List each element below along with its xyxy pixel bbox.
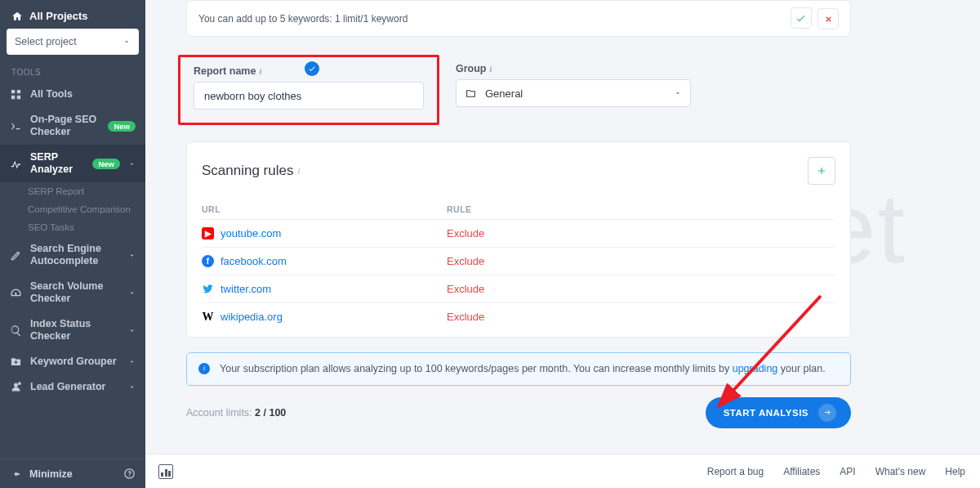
sidebar-item-lead-generator[interactable]: Lead Generator xyxy=(0,374,145,400)
table-row: f facebook.com Exclude xyxy=(202,248,835,275)
chevron-down-icon xyxy=(128,327,136,334)
url-link[interactable]: twitter.com xyxy=(220,283,271,295)
arrow-circle-icon xyxy=(818,404,836,422)
group-select[interactable]: General xyxy=(456,79,691,107)
sub-item-competitive[interactable]: Competitive Comparison xyxy=(0,200,145,218)
url-link[interactable]: youtube.com xyxy=(220,227,281,240)
plus-icon xyxy=(816,165,827,177)
add-rule-button[interactable] xyxy=(808,157,835,185)
sidebar-item-autocomplete[interactable]: Search Engine Autocomplete xyxy=(0,236,145,274)
check-icon xyxy=(795,13,806,24)
logo-icon[interactable] xyxy=(158,464,173,479)
table-row: ▶ youtube.com Exclude xyxy=(202,220,835,248)
chevron-down-icon xyxy=(128,289,136,297)
start-analysis-button[interactable]: START ANALYSIS xyxy=(706,397,851,428)
confirm-keywords-button[interactable] xyxy=(791,7,812,29)
analyzer-icon xyxy=(10,158,22,170)
url-link[interactable]: facebook.com xyxy=(220,255,287,267)
close-icon xyxy=(824,15,833,24)
project-select[interactable]: Select project xyxy=(7,29,139,55)
account-limits: Account limits: 2 / 100 xyxy=(186,407,286,419)
wikipedia-icon: W xyxy=(202,311,214,323)
sidebar-item-onpage-seo[interactable]: On-Page SEO Checker New xyxy=(0,107,145,145)
sidebar-item-label: SERP Analyzer xyxy=(30,151,84,176)
project-select-placeholder: Select project xyxy=(15,36,77,47)
rule-value: Exclude xyxy=(447,283,484,295)
clear-keywords-button[interactable] xyxy=(817,8,839,29)
footer-link-help[interactable]: Help xyxy=(945,466,965,477)
all-projects-label: All Projects xyxy=(29,10,88,22)
arrow-left-icon[interactable] xyxy=(10,468,21,480)
sidebar-item-serp-analyzer[interactable]: SERP Analyzer New xyxy=(0,145,145,182)
people-icon xyxy=(10,381,22,393)
footer-link-whatsnew[interactable]: What's new xyxy=(875,466,926,477)
th-rule: RULE xyxy=(447,204,472,214)
chevron-down-icon xyxy=(128,358,136,365)
footer-link-report-bug[interactable]: Report a bug xyxy=(707,466,764,477)
sidebar-item-label: Lead Generator xyxy=(30,381,120,393)
group-label: Group i xyxy=(456,63,691,74)
terminal-icon xyxy=(10,120,22,132)
info-icon: i xyxy=(198,363,210,374)
search-icon xyxy=(10,325,22,337)
sub-item-seo-tasks[interactable]: SEO Tasks xyxy=(0,218,145,236)
info-icon[interactable]: i xyxy=(490,65,492,74)
check-icon xyxy=(308,65,316,73)
sub-item-serp-report[interactable]: SERP Report xyxy=(0,182,145,200)
sidebar-item-label: Search Engine Autocomplete xyxy=(30,243,120,267)
keywords-hint-text: You can add up to 5 keywords: 1 limit/1 … xyxy=(198,13,408,25)
sidebar-footer: Minimize xyxy=(0,459,145,488)
url-link[interactable]: wikipedia.org xyxy=(220,311,283,323)
group-value: General xyxy=(485,87,666,100)
upgrade-link[interactable]: upgrading xyxy=(733,363,778,374)
home-icon xyxy=(11,11,23,22)
th-url: URL xyxy=(202,204,447,214)
sidebar-item-keyword-grouper[interactable]: Keyword Grouper xyxy=(0,349,145,374)
footer: Report a bug Affiliates API What's new H… xyxy=(145,454,980,488)
sidebar-item-label: On-Page SEO Checker xyxy=(30,114,100,138)
table-header: URL RULE xyxy=(202,199,835,220)
minimize-label[interactable]: Minimize xyxy=(29,468,115,480)
action-row: Account limits: 2 / 100 START ANALYSIS xyxy=(186,397,851,428)
facebook-icon: f xyxy=(202,255,214,267)
scanning-title: Scanning rules i xyxy=(202,163,300,179)
rule-value: Exclude xyxy=(447,311,484,323)
footer-link-api[interactable]: API xyxy=(840,466,855,477)
info-icon[interactable]: i xyxy=(259,67,261,76)
sidebar-item-label: Search Volume Checker xyxy=(30,280,120,305)
report-row: Report name i Group i General xyxy=(145,55,980,125)
help-icon[interactable] xyxy=(123,468,136,480)
plan-notice: i Your subscription plan allows analyzin… xyxy=(186,352,851,386)
chevron-down-icon xyxy=(128,383,136,391)
chevron-up-icon xyxy=(128,160,136,168)
table-row: twitter.com Exclude xyxy=(202,275,835,303)
chevron-down-icon xyxy=(128,252,136,259)
step-bullet xyxy=(305,61,319,76)
info-icon[interactable]: i xyxy=(297,167,300,176)
rule-value: Exclude xyxy=(447,255,484,267)
new-badge: New xyxy=(92,159,120,169)
folder-icon xyxy=(465,88,477,99)
sidebar-item-label: Index Status Checker xyxy=(30,318,120,342)
main-area: You can add up to 5 keywords: 1 limit/1 … xyxy=(145,0,980,488)
group-column: Group i General xyxy=(456,55,691,107)
sidebar-item-all-tools[interactable]: All Tools xyxy=(0,82,145,107)
edit-icon xyxy=(10,249,22,262)
sidebar-item-search-volume[interactable]: Search Volume Checker xyxy=(0,274,145,311)
scanning-rules-card: Scanning rules i URL RULE ▶ youtube.com xyxy=(186,141,851,338)
chevron-down-icon xyxy=(122,38,131,46)
twitter-icon xyxy=(202,283,214,295)
sidebar-item-index-status[interactable]: Index Status Checker xyxy=(0,311,145,349)
new-badge: New xyxy=(108,121,136,132)
rules-table: URL RULE ▶ youtube.com Exclude f faceboo… xyxy=(202,199,835,330)
notice-text: Your subscription plan allows analyzing … xyxy=(220,361,826,377)
sidebar-item-label: All Tools xyxy=(30,88,136,101)
sidebar-item-label: Keyword Grouper xyxy=(30,356,120,368)
report-name-input[interactable] xyxy=(194,82,424,110)
keywords-hint-card: You can add up to 5 keywords: 1 limit/1 … xyxy=(186,0,851,37)
all-projects-link[interactable]: All Projects xyxy=(7,7,139,29)
chevron-down-icon xyxy=(674,89,682,97)
tools-section-label: TOOLS xyxy=(0,56,145,82)
footer-link-affiliates[interactable]: Affiliates xyxy=(783,466,820,477)
table-row: W wikipedia.org Exclude xyxy=(202,303,835,330)
